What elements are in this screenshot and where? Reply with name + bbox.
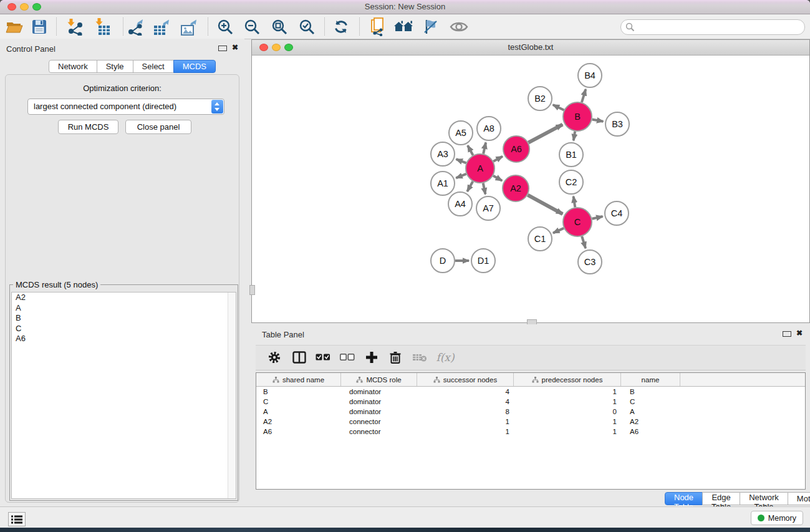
edge-A2-C[interactable]: [528, 195, 562, 215]
table-cell: 1: [514, 387, 621, 397]
hide-graphics-details-button[interactable]: [420, 16, 441, 37]
float-panel-icon[interactable]: [218, 46, 227, 51]
table-cell: A2: [256, 417, 341, 427]
search-input[interactable]: [637, 21, 799, 34]
column-header-MCDS-role[interactable]: MCDS role: [341, 373, 417, 386]
edge-A-A3[interactable]: [456, 159, 466, 163]
edge-A-A5[interactable]: [468, 145, 473, 155]
result-list-item[interactable]: C: [12, 324, 236, 334]
edge-C-C3[interactable]: [582, 236, 586, 248]
float-table-panel-icon[interactable]: [783, 331, 791, 337]
graph-node-label-A7: A7: [483, 203, 494, 213]
table-row[interactable]: Cdominator41C: [256, 397, 805, 407]
table-cell: A: [621, 407, 680, 417]
home-button[interactable]: [393, 16, 414, 37]
edge-B-B2[interactable]: [553, 105, 564, 110]
network-window-titlebar[interactable]: testGlobe.txt: [252, 40, 809, 56]
edge-B-B1[interactable]: [574, 132, 575, 141]
zoom-fit-button[interactable]: [269, 16, 290, 37]
network-window-title: testGlobe.txt: [252, 42, 809, 52]
edge-A6-B[interactable]: [528, 125, 562, 143]
tab-select[interactable]: Select: [133, 60, 174, 73]
table-cell: 8: [417, 407, 514, 417]
column-header-shared-name[interactable]: shared name: [256, 373, 341, 386]
tab-network[interactable]: Network: [49, 60, 97, 73]
tab-mcds[interactable]: MCDS: [173, 60, 216, 73]
result-list-scrollbar[interactable]: [228, 293, 236, 498]
edge-A-A6[interactable]: [493, 157, 503, 162]
criterion-dropdown[interactable]: largest connected component (directed): [27, 99, 224, 115]
column-header-successor-nodes[interactable]: successor nodes: [417, 373, 514, 386]
edge-B-B3[interactable]: [592, 119, 604, 121]
export-table-icon: [152, 18, 171, 36]
create-column-button[interactable]: [362, 348, 382, 367]
select-all-button[interactable]: [313, 348, 333, 367]
show-column-panel-button[interactable]: [289, 348, 309, 367]
table-cell: C: [256, 397, 341, 407]
result-list-item[interactable]: A2: [12, 293, 236, 303]
close-panel-button[interactable]: Close panel: [125, 120, 191, 134]
edge-A-A1[interactable]: [456, 174, 466, 178]
edge-C-C1[interactable]: [553, 228, 564, 233]
home-icon: [393, 19, 413, 34]
edge-C-C2[interactable]: [574, 196, 576, 208]
delete-table-button[interactable]: [410, 348, 430, 367]
tab-network-table[interactable]: Network Table: [740, 492, 788, 505]
close-table-panel-icon[interactable]: ✖: [796, 329, 803, 337]
apply-layout-button[interactable]: [330, 16, 352, 37]
toolbar-separator: [359, 17, 360, 36]
function-builder-button[interactable]: f(x): [433, 348, 458, 367]
column-header-name[interactable]: name: [621, 373, 680, 386]
mcds-result-list[interactable]: A2ABCA6: [11, 292, 236, 499]
result-list-item[interactable]: A6: [12, 334, 236, 344]
table-settings-button[interactable]: [264, 348, 284, 367]
table-row[interactable]: A6connector11A6: [256, 427, 805, 437]
network-vertical-scrollbar[interactable]: [249, 285, 255, 295]
zoom-selected-icon: [299, 19, 315, 35]
close-panel-icon[interactable]: ✖: [232, 43, 238, 52]
edge-B-B4[interactable]: [582, 89, 586, 102]
export-image-button[interactable]: [178, 16, 200, 37]
tab-style[interactable]: Style: [97, 60, 133, 73]
delete-column-icon: [388, 351, 402, 364]
delete-column-button[interactable]: [385, 348, 405, 367]
graph-node-label-C3: C3: [584, 257, 596, 267]
run-mcds-button[interactable]: Run MCDS: [58, 120, 118, 134]
tab-edge-table[interactable]: Edge Table: [702, 492, 740, 505]
zoom-in-button[interactable]: [215, 16, 236, 37]
tab-node-table[interactable]: Node Table: [665, 492, 703, 505]
table-cell: dominator: [341, 397, 417, 407]
table-row[interactable]: Bdominator41B: [256, 387, 805, 397]
task-history-button[interactable]: [8, 512, 26, 526]
edge-A-A7[interactable]: [483, 183, 486, 195]
zoom-out-button[interactable]: [241, 16, 263, 37]
edge-C-C4[interactable]: [592, 216, 602, 219]
edge-A-A8[interactable]: [483, 142, 486, 153]
save-session-button[interactable]: [29, 16, 50, 37]
import-table-button[interactable]: [92, 16, 113, 37]
open-session-button[interactable]: [4, 16, 25, 37]
tab-motifs[interactable]: Motifs: [788, 492, 810, 505]
result-list-item[interactable]: B: [12, 313, 236, 324]
result-list-item[interactable]: A: [12, 303, 236, 314]
memory-button[interactable]: Memory: [751, 511, 803, 525]
memory-label: Memory: [768, 514, 796, 523]
table-row[interactable]: A2connector11A2: [256, 417, 805, 427]
network-canvas[interactable]: AA1A2A3A4A5A6A7A8BB1B2B3B4CC1C2C3C4DD1: [252, 56, 809, 322]
zoom-selected-button[interactable]: [296, 16, 317, 37]
status-bar: Memory: [0, 506, 810, 528]
edge-A-A4[interactable]: [467, 181, 473, 191]
deselect-all-button[interactable]: [337, 348, 357, 367]
import-network-button[interactable]: [64, 16, 85, 37]
node-table-body: Bdominator41BCdominator41CAdominator80AA…: [256, 387, 805, 437]
graph-node-label-A8: A8: [483, 123, 494, 133]
table-panel-title: Table Panel: [262, 330, 304, 339]
network-view-window: testGlobe.txt AA1A2A3A4A5A6A7A8BB1B2B3B4…: [251, 39, 810, 323]
show-graphics-details-button[interactable]: [448, 16, 470, 37]
network-from-file-button[interactable]: [368, 16, 389, 37]
edge-A-A2[interactable]: [493, 176, 502, 181]
export-table-button[interactable]: [151, 16, 172, 37]
export-network-button[interactable]: [125, 16, 147, 37]
column-header-predecessor-nodes[interactable]: predecessor nodes: [514, 373, 621, 386]
table-row[interactable]: Adominator80A: [256, 407, 805, 417]
